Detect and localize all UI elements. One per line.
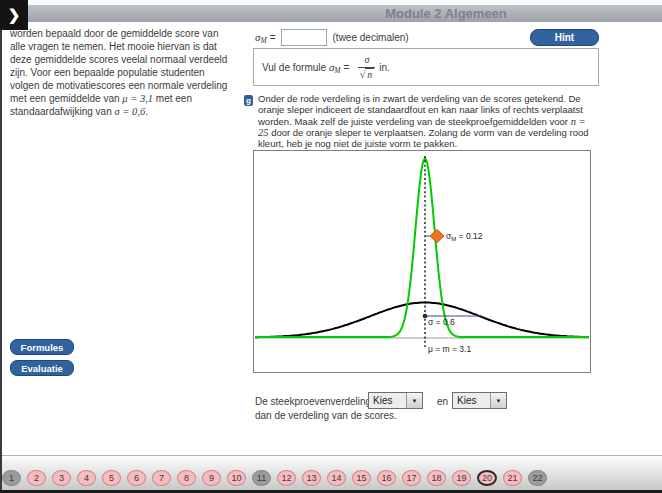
hint-button[interactable]: Hint [530, 29, 599, 46]
mu-annotation: μ = m = 3.1 [428, 344, 471, 354]
choice-text-1: De steekproevenverdeling is [255, 396, 381, 407]
page-button-15[interactable]: 15 [352, 470, 371, 486]
sidebar-paragraph: worden bepaald door de gemiddelde score … [10, 27, 236, 118]
page-button-10[interactable]: 10 [227, 470, 246, 486]
page-button-3[interactable]: 3 [52, 470, 71, 486]
sigma-annotation: σ = 0.6 [428, 317, 455, 327]
page-button-22[interactable]: 22 [528, 470, 547, 486]
page-title: Module 2 Algemeen [237, 5, 655, 22]
sigma-value: σ = 0,6 [115, 106, 146, 117]
distribution-chart: σM = 0.12 σ = 0.6 μ = m = 3.1 [253, 150, 591, 373]
window-left-border [0, 0, 2, 493]
page-button-1[interactable]: 1 [2, 470, 21, 486]
app-window: Module 2 Algemeen ❯ worden bepaald door … [0, 0, 662, 493]
page-button-7[interactable]: 7 [152, 470, 171, 486]
sidebar-text-part1: worden bepaald door de gemiddelde score … [10, 28, 227, 104]
decimals-note: (twee decimalen) [333, 32, 409, 43]
chart-canvas: σM = 0.12 σ = 0.6 μ = m = 3.1 [254, 151, 590, 372]
sigma-m-annotation: σM = 0.12 [446, 231, 483, 242]
page-button-6[interactable]: 6 [127, 470, 146, 486]
chevron-down-icon: ▼ [490, 393, 506, 408]
chevron-right-icon: ❯ [8, 6, 21, 24]
page-button-2[interactable]: 2 [27, 470, 46, 486]
page-button-8[interactable]: 8 [177, 470, 196, 486]
page-button-21[interactable]: 21 [503, 470, 522, 486]
formula-fraction: σ √n [358, 55, 375, 80]
page-button-11[interactable]: 11 [252, 470, 271, 486]
sigma-endpoint-dot [423, 314, 428, 319]
mu-value: μ = 3,1 [122, 93, 153, 104]
formula-box: Vul de formule σM = σ √n in. [253, 48, 599, 86]
sampling-distribution-select-1[interactable]: Kies ▼ [368, 392, 423, 409]
formula-prefix: Vul de formule [262, 62, 326, 73]
header-bar: Module 2 Algemeen [0, 5, 662, 22]
page-button-18[interactable]: 18 [427, 470, 446, 486]
page-button-9[interactable]: 9 [202, 470, 221, 486]
sigma-m-input[interactable] [281, 29, 327, 46]
conjunction-text: en [437, 396, 448, 407]
page-button-4[interactable]: 4 [77, 470, 96, 486]
formules-button[interactable]: Formules [10, 339, 74, 355]
page-button-13[interactable]: 13 [302, 470, 321, 486]
page-button-14[interactable]: 14 [327, 470, 346, 486]
sidebar-text-part3: . [145, 106, 148, 117]
choice-text-2: dan de verdeling van de scores. [255, 410, 397, 421]
page-button-19[interactable]: 19 [452, 470, 471, 486]
sampling-distribution-select-2[interactable]: Kies ▼ [452, 392, 507, 409]
formula-suffix: in. [379, 62, 390, 73]
question-text: Onder de rode verdeling is in zwart de v… [258, 93, 592, 149]
back-button[interactable]: ❯ [0, 0, 28, 30]
chevron-down-icon: ▼ [406, 393, 422, 408]
pagination: 12345678910111213141516171819202122 [0, 455, 662, 490]
question-marker: g [244, 95, 253, 106]
sampling-distribution-curve [255, 158, 589, 337]
answer-row: σM = (twee decimalen) [255, 27, 409, 47]
page-button-20[interactable]: 20 [477, 470, 497, 486]
page-button-5[interactable]: 5 [102, 470, 121, 486]
page-button-12[interactable]: 12 [277, 470, 296, 486]
scores-distribution-curve [255, 303, 589, 338]
page-button-16[interactable]: 16 [377, 470, 396, 486]
page-button-17[interactable]: 17 [402, 470, 421, 486]
evaluatie-button[interactable]: Evaluatie [10, 360, 74, 376]
standard-error-slider[interactable] [430, 230, 444, 243]
